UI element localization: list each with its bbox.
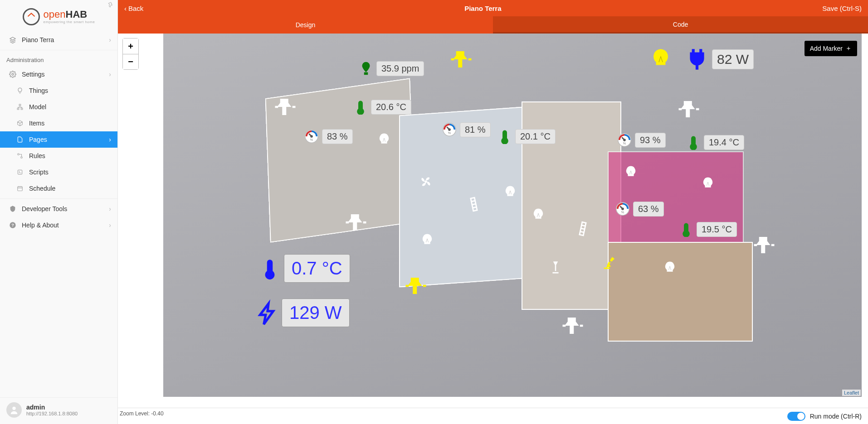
marker-light[interactable] (623, 165, 639, 180)
marker-humidity-camera[interactable]: 63 % (615, 201, 664, 217)
streetlamp-icon (677, 97, 701, 121)
marker-desklamp[interactable] (601, 255, 616, 270)
lightbulb-icon (649, 47, 673, 72)
marker-humidity-bagno[interactable]: 93 % (617, 132, 666, 148)
leaflet-credit[interactable]: Leaflet (842, 390, 861, 396)
sidebar-settings-label: Settings (22, 71, 45, 78)
marker-light[interactable] (376, 132, 392, 148)
back-label: Back (128, 5, 143, 12)
marker-outdoor-light-sw[interactable] (404, 274, 428, 298)
marker-co2[interactable]: 35.9 ppm (358, 61, 424, 76)
chevron-right-icon: › (109, 205, 111, 212)
zoom-in-button[interactable]: + (123, 39, 138, 54)
marker-outdoor-light-s[interactable] (561, 313, 585, 338)
plus-icon: ＋ (845, 44, 852, 53)
thermometer-icon (678, 222, 694, 237)
flow-icon (15, 153, 24, 159)
tab-code[interactable]: Code (493, 16, 868, 34)
fan-icon (418, 174, 434, 189)
marker-temp-cucina[interactable]: 20.6 °C (353, 99, 411, 115)
sitemap-icon (15, 104, 24, 110)
sidebar-item-settings[interactable]: Settings › (0, 66, 117, 82)
page-title: Piano Terra (150, 5, 816, 12)
tabs: Design Code (118, 16, 868, 34)
user-host: http://192.168.1.8:8080 (26, 411, 78, 416)
marker-floorlamp[interactable] (548, 259, 563, 275)
zoom-level-label: Zoom Level: -0.40 (120, 410, 164, 417)
pin-icon[interactable] (107, 2, 114, 8)
thermometer-icon (353, 99, 368, 115)
lightbulb-icon (419, 233, 435, 248)
breadcrumb-label: Piano Terra (22, 36, 54, 43)
tab-design[interactable]: Design (118, 16, 493, 34)
svg-point-4 (18, 154, 20, 155)
thermometer-icon (686, 135, 701, 150)
shield-icon (8, 205, 17, 212)
save-button[interactable]: Save (Ctrl-S) (816, 5, 868, 12)
marker-temp-living[interactable]: 20.1 °C (497, 129, 556, 144)
marker-value: 19.4 °C (704, 135, 744, 150)
marker-window[interactable] (466, 197, 482, 212)
sidebar-item-rules[interactable]: Rules (0, 148, 117, 164)
sidebar-item-scripts[interactable]: Scripts (0, 164, 117, 180)
marker-value: 93 % (635, 133, 666, 148)
marker-temp-external[interactable]: 0.7 °C (258, 253, 350, 283)
marker-temp-camera[interactable]: 19.5 °C (678, 222, 737, 237)
lightbulb-icon (700, 176, 716, 192)
marker-value: 20.1 °C (515, 129, 556, 144)
gauge-icon (615, 201, 630, 217)
marker-fan[interactable] (418, 174, 434, 189)
marker-temp-bagno[interactable]: 19.4 °C (686, 135, 744, 150)
streetlamp-icon (344, 210, 368, 235)
marker-outdoor-light-e[interactable] (752, 233, 776, 257)
marker-outdoor-light-n[interactable] (449, 47, 473, 72)
marker-humidity-cucina[interactable]: 83 % (304, 129, 353, 144)
svg-point-5 (21, 157, 23, 159)
marker-power-top[interactable]: 82 W (685, 47, 754, 72)
marker-light-main[interactable] (649, 47, 673, 72)
marker-outdoor-light-nw[interactable] (273, 95, 297, 119)
room-shape (608, 242, 753, 342)
streetlamp-icon (752, 233, 776, 257)
user-row[interactable]: admin http://192.168.1.8:8080 (0, 397, 117, 424)
floorplan-canvas[interactable]: Add Marker ＋ % (163, 34, 862, 397)
marker-window[interactable] (575, 221, 590, 236)
sidebar-item-things[interactable]: Things (0, 82, 117, 99)
canvas-wrap: + − Add Marker ＋ % (118, 34, 868, 408)
marker-humidity-living[interactable]: 81 % (442, 122, 491, 137)
run-mode-toggle[interactable] (787, 412, 805, 421)
window-icon (574, 220, 592, 238)
marker-light[interactable] (502, 185, 518, 200)
marker-power-total[interactable]: 129 W (256, 299, 350, 327)
desklamp-icon (601, 255, 616, 270)
marker-light[interactable] (531, 207, 546, 223)
lightbulb-icon (531, 207, 546, 223)
marker-outdoor-light-ne[interactable] (677, 97, 701, 121)
chevron-right-icon: › (109, 71, 111, 78)
avatar-icon (6, 402, 22, 418)
marker-outdoor-light-w[interactable] (344, 210, 368, 235)
sidebar-label: Developer Tools (22, 205, 67, 212)
sidebar-label: Schedule (29, 185, 55, 192)
zoom-out-button[interactable]: − (123, 54, 138, 69)
svg-rect-3 (21, 108, 23, 110)
breadcrumb-item[interactable]: Piano Terra › (0, 32, 117, 48)
sidebar-item-developer-tools[interactable]: Developer Tools › (0, 201, 117, 217)
lightbulb-icon (502, 185, 518, 200)
sidebar-item-items[interactable]: Items (0, 115, 117, 131)
sidebar-label: Things (29, 87, 48, 94)
sidebar-item-model[interactable]: Model (0, 99, 117, 115)
sidebar-label: Model (29, 103, 46, 111)
back-button[interactable]: ‹ Back (118, 5, 150, 12)
marker-light[interactable] (419, 233, 435, 248)
sidebar-item-pages[interactable]: Pages › (0, 131, 117, 148)
sidebar-item-schedule[interactable]: Schedule (0, 180, 117, 197)
add-marker-button[interactable]: Add Marker ＋ (805, 41, 857, 56)
run-mode-label: Run mode (Ctrl-R) (810, 413, 862, 420)
sidebar-item-help[interactable]: ? Help & About › (0, 217, 117, 233)
add-marker-label: Add Marker (810, 45, 843, 52)
sidebar-label: Items (29, 120, 44, 127)
marker-light[interactable] (662, 260, 678, 276)
marker-value: 129 W (282, 299, 350, 327)
marker-light[interactable] (700, 176, 716, 192)
